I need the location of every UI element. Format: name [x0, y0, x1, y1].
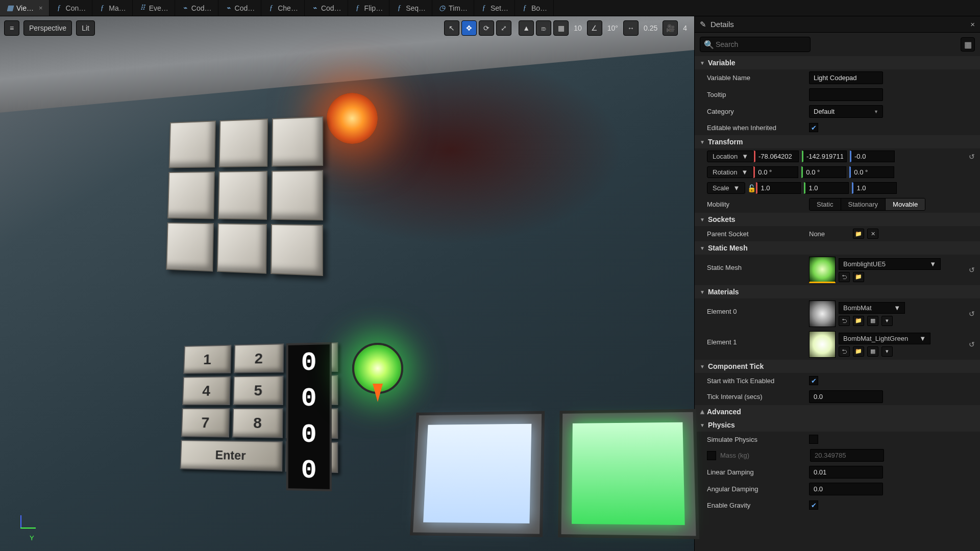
scale-tool[interactable]: ⤢	[496, 20, 511, 36]
location-y[interactable]	[802, 151, 847, 162]
perspective-button[interactable]: Perspective	[23, 20, 72, 36]
rotation-y[interactable]	[801, 166, 846, 178]
tab-cod3[interactable]: ⌁Cod…	[305, 0, 348, 16]
camera-speed-value[interactable]: 4	[680, 24, 690, 32]
viewport-menu-button[interactable]: ≡	[4, 20, 19, 36]
material0-dropdown[interactable]: BombMat▼	[839, 302, 905, 314]
angle-snap-toggle[interactable]: ∠	[587, 20, 602, 36]
location-z[interactable]	[850, 151, 895, 162]
scale-z[interactable]	[852, 182, 897, 194]
browse-socket-icon[interactable]: 📁	[853, 229, 864, 239]
scale-y[interactable]	[804, 182, 849, 194]
use-selected-icon[interactable]: ⮌	[839, 316, 850, 326]
section-variable[interactable]: ▼Variable	[695, 56, 980, 69]
category-dropdown[interactable]: Default▼	[809, 105, 883, 118]
angle-snap-value[interactable]: 10°	[604, 24, 621, 32]
static-mesh-dropdown[interactable]: BomblightUE5▼	[839, 258, 941, 270]
tooltip-input[interactable]	[809, 88, 883, 101]
mobility-movable[interactable]: Movable	[886, 198, 925, 210]
section-static-mesh[interactable]: ▼Static Mesh	[695, 241, 980, 255]
tab-viewport[interactable]: ▦Vie…×	[0, 0, 50, 16]
mass-label: Mass (kg)	[720, 452, 810, 459]
browse-icon[interactable]: 📁	[853, 316, 864, 326]
material1-thumbnail[interactable]	[809, 331, 836, 358]
browse-icon[interactable]: 📁	[853, 272, 864, 282]
reset-icon[interactable]: ↺	[969, 310, 975, 318]
reset-icon[interactable]: ↺	[969, 340, 975, 348]
tab-bo[interactable]: ƒBo…	[515, 0, 554, 16]
browse-icon[interactable]: 📁	[853, 346, 864, 357]
section-tick[interactable]: ▼Component Tick	[695, 360, 980, 373]
section-physics[interactable]: ▼Physics	[695, 418, 980, 432]
tab-ma[interactable]: ƒMa…	[92, 0, 132, 16]
scale-dropdown[interactable]: Scale▼	[707, 182, 745, 194]
tick-start-checkbox[interactable]: ✔	[809, 376, 818, 385]
rotate-tool[interactable]: ⟳	[479, 20, 494, 36]
select-tool[interactable]: ↖	[444, 20, 459, 36]
use-selected-icon[interactable]: ⮌	[839, 346, 850, 357]
mesh-thumbnail[interactable]	[809, 257, 836, 283]
tab-cod1[interactable]: ⌁Cod…	[175, 0, 218, 16]
chevron-down-icon[interactable]: ▾	[881, 346, 893, 357]
grid-snap-toggle[interactable]: ▦	[553, 20, 569, 36]
mobility-label: Mobility	[707, 201, 809, 208]
tab-che[interactable]: ƒChe…	[261, 0, 305, 16]
tab-eve[interactable]: ⠿Eve…	[133, 0, 175, 16]
tab-con[interactable]: ƒCon…	[50, 0, 93, 16]
texture-icon[interactable]: ▩	[867, 346, 878, 357]
section-transform[interactable]: ▼Transform	[695, 135, 980, 148]
tab-set[interactable]: ƒSet…	[474, 0, 515, 16]
angular-damping-input[interactable]	[809, 483, 883, 495]
settings-grid-icon[interactable]: ▦	[961, 37, 975, 52]
texture-icon[interactable]: ▩	[867, 316, 878, 326]
sim-physics-checkbox[interactable]: ✔	[809, 435, 818, 444]
grid-snap-value[interactable]: 10	[571, 24, 585, 32]
mass-override-checkbox[interactable]: ✔	[707, 451, 716, 460]
tab-seq[interactable]: ƒSeq…	[389, 0, 432, 16]
tab-tim[interactable]: ◷Tim…	[432, 0, 474, 16]
surface-snap-icon[interactable]: ▲	[519, 20, 534, 36]
lit-button[interactable]: Lit	[76, 20, 95, 36]
mobility-static[interactable]: Static	[810, 198, 841, 210]
viewport[interactable]: ≡ Perspective Lit ↖ ✥ ⟳ ⤢ ▲ ⎄ ▦ 10 ∠ 10°…	[0, 16, 694, 551]
search-input[interactable]	[700, 37, 811, 52]
axis-y-label: Y	[30, 534, 34, 542]
scale-x[interactable]	[756, 182, 801, 194]
scale-snap-toggle[interactable]: ↔	[623, 20, 639, 36]
rotation-dropdown[interactable]: Rotation▼	[707, 166, 753, 178]
close-icon[interactable]: ×	[970, 20, 975, 29]
chevron-down-icon[interactable]: ▾	[881, 316, 893, 326]
lock-icon[interactable]: 🔓	[747, 184, 756, 192]
close-icon[interactable]: ×	[39, 4, 43, 12]
gizmo-z-arrow-icon[interactable]	[373, 384, 383, 402]
editable-checkbox[interactable]: ✔	[809, 123, 818, 132]
gravity-label: Enable Gravity	[707, 502, 809, 509]
translate-tool[interactable]: ✥	[461, 20, 477, 36]
reset-icon[interactable]: ↺	[969, 153, 975, 161]
clear-socket-icon[interactable]: ✕	[867, 229, 878, 239]
scale-snap-value[interactable]: 0.25	[641, 24, 660, 32]
fn-icon: ƒ	[480, 5, 487, 12]
section-advanced[interactable]: ▶Advanced	[695, 405, 980, 418]
material1-dropdown[interactable]: BombMat_LightGreen▼	[839, 333, 930, 344]
reset-icon[interactable]: ↺	[969, 266, 975, 274]
location-x[interactable]	[754, 151, 799, 162]
linear-damping-input[interactable]	[809, 466, 883, 479]
rotation-z[interactable]	[849, 166, 894, 178]
mobility-stationary[interactable]: Stationary	[841, 198, 886, 210]
mobility-segmented: Static Stationary Movable	[809, 198, 925, 211]
variable-name-input[interactable]	[809, 71, 883, 84]
tab-flip[interactable]: ƒFlip…	[348, 0, 390, 16]
tick-interval-input[interactable]	[809, 390, 883, 403]
chevron-down-icon: ▼	[874, 109, 878, 114]
use-selected-icon[interactable]: ⮌	[839, 272, 850, 282]
camera-speed-icon[interactable]: 🎥	[663, 20, 678, 36]
location-dropdown[interactable]: Location▼	[707, 151, 754, 162]
section-sockets[interactable]: ▼Sockets	[695, 213, 980, 226]
gravity-checkbox[interactable]: ✔	[809, 500, 818, 510]
rotation-x[interactable]	[753, 166, 798, 178]
section-materials[interactable]: ▼Materials	[695, 285, 980, 298]
material0-thumbnail[interactable]	[809, 300, 836, 327]
snap-menu-icon[interactable]: ⎄	[536, 20, 551, 36]
tab-cod2[interactable]: ⌁Cod…	[218, 0, 262, 16]
